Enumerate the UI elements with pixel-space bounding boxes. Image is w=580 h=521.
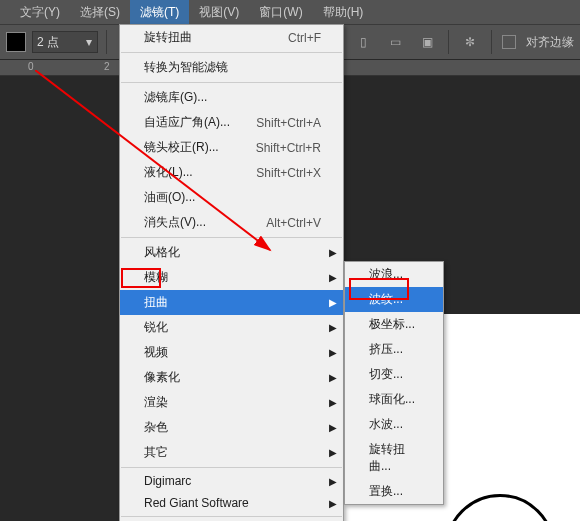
separator <box>448 30 449 54</box>
menu-item-distort[interactable]: 扭曲▶ <box>120 290 343 315</box>
menu-item-label: 切变... <box>369 366 403 383</box>
menu-item-blur[interactable]: 模糊▶ <box>120 265 343 290</box>
submenu-arrow-icon: ▶ <box>329 476 337 487</box>
separator <box>121 516 342 517</box>
align-edges-label: 对齐边缘 <box>526 34 574 51</box>
submenu-arrow-icon: ▶ <box>329 322 337 333</box>
submenu-item-displace[interactable]: 置换... <box>345 479 443 504</box>
menu-item-noise[interactable]: 杂色▶ <box>120 415 343 440</box>
menu-item-convert-smart[interactable]: 转换为智能滤镜 <box>120 55 343 80</box>
submenu-arrow-icon: ▶ <box>329 447 337 458</box>
menu-item-label: 模糊 <box>144 269 168 286</box>
submenu-item-spherize[interactable]: 球面化... <box>345 387 443 412</box>
menu-item-label: 锐化 <box>144 319 168 336</box>
submenu-arrow-icon: ▶ <box>329 347 337 358</box>
stroke-width-dropdown[interactable]: ▾ <box>32 31 98 53</box>
menu-item-label: 其它 <box>144 444 168 461</box>
menu-item-label: 波纹... <box>369 291 403 308</box>
menu-item-shortcut: Shift+Ctrl+A <box>256 116 321 130</box>
menu-item-render[interactable]: 渲染▶ <box>120 390 343 415</box>
menu-item-stylize[interactable]: 风格化▶ <box>120 240 343 265</box>
menu-item-label: 水波... <box>369 416 403 433</box>
ruler-mark: 0 <box>28 61 34 72</box>
menu-item-other[interactable]: 其它▶ <box>120 440 343 465</box>
menu-help[interactable]: 帮助(H) <box>313 0 374 25</box>
menu-item-label: 视频 <box>144 344 168 361</box>
menu-item-filter-gallery[interactable]: 滤镜库(G)... <box>120 85 343 110</box>
menu-item-pixelate[interactable]: 像素化▶ <box>120 365 343 390</box>
menu-item-label: Digimarc <box>144 474 191 488</box>
submenu-item-zigzag[interactable]: 水波... <box>345 412 443 437</box>
submenu-item-twirl[interactable]: 旋转扭曲... <box>345 437 443 479</box>
menu-item-label: 像素化 <box>144 369 180 386</box>
menu-item-label: 杂色 <box>144 419 168 436</box>
ruler-mark: 2 <box>104 61 110 72</box>
submenu-item-pinch[interactable]: 挤压... <box>345 337 443 362</box>
menu-item-label: 转换为智能滤镜 <box>144 59 228 76</box>
menu-item-label: 置换... <box>369 483 403 500</box>
menu-window[interactable]: 窗口(W) <box>249 0 312 25</box>
menu-item-shortcut: Alt+Ctrl+V <box>266 216 321 230</box>
menu-item-label: 自适应广角(A)... <box>144 114 230 131</box>
menu-item-vanishing-point[interactable]: 消失点(V)...Alt+Ctrl+V <box>120 210 343 235</box>
submenu-item-ripple[interactable]: 波纹... <box>345 287 443 312</box>
menu-item-label: Red Giant Software <box>144 496 249 510</box>
menu-item-label: 滤镜库(G)... <box>144 89 207 106</box>
menu-item-sharpen[interactable]: 锐化▶ <box>120 315 343 340</box>
menu-item-shortcut: Ctrl+F <box>288 31 321 45</box>
separator <box>121 52 342 53</box>
align-edges-checkbox[interactable] <box>502 35 516 49</box>
menu-item-label: 渲染 <box>144 394 168 411</box>
submenu-arrow-icon: ▶ <box>329 498 337 509</box>
menu-item-label: 油画(O)... <box>144 189 195 206</box>
menu-item-liquify[interactable]: 液化(L)...Shift+Ctrl+X <box>120 160 343 185</box>
menu-item-label: 极坐标... <box>369 316 415 333</box>
submenu-arrow-icon: ▶ <box>329 422 337 433</box>
submenu-arrow-icon: ▶ <box>329 247 337 258</box>
filter-menu: 旋转扭曲 Ctrl+F 转换为智能滤镜 滤镜库(G)... 自适应广角(A)..… <box>119 24 344 521</box>
distort-submenu: 波浪... 波纹... 极坐标... 挤压... 切变... 球面化... 水波… <box>344 261 444 505</box>
submenu-arrow-icon: ▶ <box>329 372 337 383</box>
menu-item-label: 波浪... <box>369 266 403 283</box>
menu-item-video[interactable]: 视频▶ <box>120 340 343 365</box>
separator <box>121 82 342 83</box>
menu-item-lens-correction[interactable]: 镜头校正(R)...Shift+Ctrl+R <box>120 135 343 160</box>
align-layers-icon[interactable]: ▣ <box>414 29 440 55</box>
menu-item-label: 挤压... <box>369 341 403 358</box>
gear-icon[interactable]: ✼ <box>457 29 483 55</box>
menu-select[interactable]: 选择(S) <box>70 0 130 25</box>
menu-item-label: 镜头校正(R)... <box>144 139 219 156</box>
circle-shape <box>445 494 555 521</box>
menu-item-label: 球面化... <box>369 391 415 408</box>
menu-item-shortcut: Shift+Ctrl+R <box>256 141 321 155</box>
stroke-width-input[interactable] <box>33 35 81 49</box>
fill-swatch[interactable] <box>6 32 26 52</box>
menu-item-digimarc[interactable]: Digimarc▶ <box>120 470 343 492</box>
menu-filter[interactable]: 滤镜(T) <box>130 0 189 25</box>
align-center-icon[interactable]: ▯ <box>350 29 376 55</box>
menu-item-oil-paint[interactable]: 油画(O)... <box>120 185 343 210</box>
menu-item-label: 旋转扭曲... <box>369 441 421 475</box>
menu-item-adaptive-wide-angle[interactable]: 自适应广角(A)...Shift+Ctrl+A <box>120 110 343 135</box>
separator <box>121 237 342 238</box>
menu-item-shortcut: Shift+Ctrl+X <box>256 166 321 180</box>
menu-view[interactable]: 视图(V) <box>189 0 249 25</box>
separator <box>121 467 342 468</box>
menu-item-label: 液化(L)... <box>144 164 193 181</box>
submenu-arrow-icon: ▶ <box>329 272 337 283</box>
align-right-icon[interactable]: ▭ <box>382 29 408 55</box>
submenu-item-wave[interactable]: 波浪... <box>345 262 443 287</box>
menubar: 文字(Y) 选择(S) 滤镜(T) 视图(V) 窗口(W) 帮助(H) <box>0 0 580 24</box>
menu-item-redgiant[interactable]: Red Giant Software▶ <box>120 492 343 514</box>
separator <box>106 30 107 54</box>
menu-item-last-filter[interactable]: 旋转扭曲 Ctrl+F <box>120 25 343 50</box>
separator <box>491 30 492 54</box>
submenu-item-polar[interactable]: 极坐标... <box>345 312 443 337</box>
menu-item-label: 风格化 <box>144 244 180 261</box>
menu-item-label: 消失点(V)... <box>144 214 206 231</box>
menu-text[interactable]: 文字(Y) <box>10 0 70 25</box>
submenu-item-shear[interactable]: 切变... <box>345 362 443 387</box>
submenu-arrow-icon: ▶ <box>329 397 337 408</box>
menu-item-label: 扭曲 <box>144 294 168 311</box>
menu-item-label: 旋转扭曲 <box>144 29 192 46</box>
